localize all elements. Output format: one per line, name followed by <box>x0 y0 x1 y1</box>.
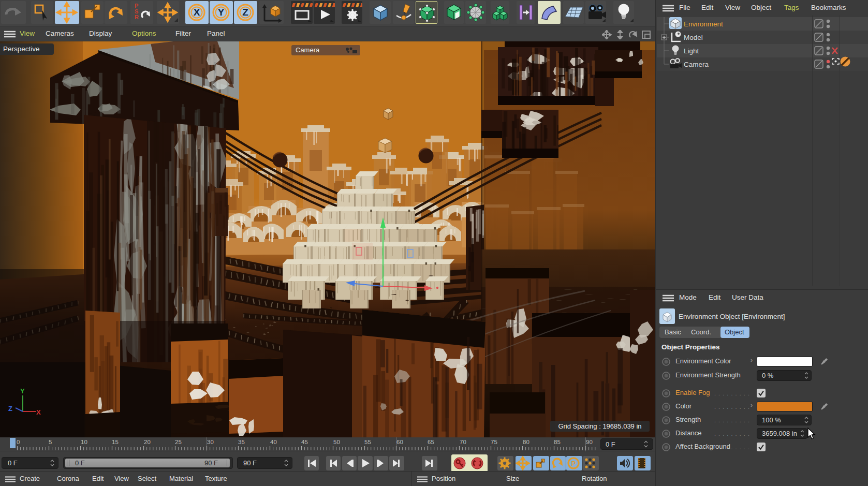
svg-text:Y: Y <box>20 387 25 395</box>
svg-text:P: P <box>571 460 576 467</box>
svg-text:Z: Z <box>242 7 248 18</box>
svg-text:Y: Y <box>218 7 225 18</box>
svg-text:R: R <box>135 14 139 20</box>
svg-text:X: X <box>194 7 200 18</box>
svg-text:Z: Z <box>8 405 12 413</box>
svg-text:X: X <box>36 408 41 416</box>
